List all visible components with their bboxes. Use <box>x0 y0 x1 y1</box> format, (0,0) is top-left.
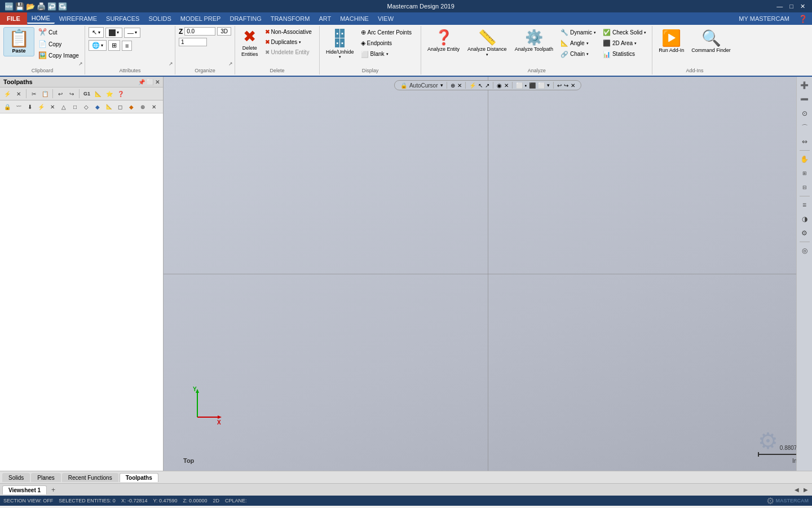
tp2-blue-diamond[interactable]: ◆ <box>92 102 103 112</box>
vt-redo-icon[interactable]: ↪ <box>564 82 568 89</box>
tp-tool-undo[interactable]: ↩ <box>55 89 65 99</box>
tp2-x2[interactable]: ✕ <box>149 102 159 112</box>
viewport[interactable]: 🔒 AutoCursor ▾ ⊕ ✕ ⚡ ↖ ↗ ◉ ✕ ⬜ ▪ ⬛ ⬜ ▾ ↩… <box>164 77 812 471</box>
organize-expand[interactable]: ↗ <box>228 61 233 67</box>
z-input[interactable] <box>184 27 215 36</box>
rp-fit-icon[interactable]: ⇔ <box>798 135 811 148</box>
non-associative-button[interactable]: ✖ Non-Associative <box>263 27 314 37</box>
tp2-rect[interactable]: ◻ <box>115 102 125 112</box>
vt-x-icon[interactable]: ✕ <box>457 82 462 89</box>
tp2-lock[interactable]: 🔒 <box>2 102 12 112</box>
tp2-orange[interactable]: ◆ <box>126 102 136 112</box>
my-mastercam-btn[interactable]: MY MASTERCAM <box>734 14 794 23</box>
tp-tool-help[interactable]: ❓ <box>116 89 126 99</box>
blank-button[interactable]: ⬜ Blank ▾ <box>359 49 414 59</box>
tp2-diamond[interactable]: ◇ <box>81 102 91 112</box>
copy-image-button[interactable]: 🖼️ Copy Image <box>36 50 81 62</box>
tp-tool-star[interactable]: ⭐ <box>104 89 114 99</box>
qa-redo-icon[interactable]: ↪️ <box>58 2 67 11</box>
vt-circle-icon[interactable]: ◉ <box>497 82 502 89</box>
qa-print-icon[interactable]: 🖨️ <box>37 2 46 11</box>
cut-button[interactable]: ✂️ Cut <box>36 27 81 38</box>
vt-x2-icon[interactable]: ✕ <box>504 82 509 89</box>
help-btn[interactable]: ❓ <box>794 14 812 24</box>
attributes-expand[interactable]: ↗ <box>169 61 173 67</box>
tp2-down[interactable]: ⬇ <box>25 102 35 112</box>
check-solid-button[interactable]: ✅ Check Solid ▾ <box>601 27 648 37</box>
tp-tool-new[interactable]: ⚡ <box>2 89 12 99</box>
attr-extra-btn[interactable]: ⊞ <box>108 40 120 51</box>
tab-toolpaths[interactable]: Toolpaths <box>120 473 158 482</box>
vt-undo-icon[interactable]: ↩ <box>557 82 562 89</box>
tp-tool-angle[interactable]: 📐 <box>93 89 103 99</box>
endpoints-button[interactable]: ◈ Endpoints <box>359 38 414 48</box>
vt-plus-icon[interactable]: ⊕ <box>451 82 455 89</box>
attr-color-btn[interactable]: ▾ <box>105 28 122 38</box>
viewsheet-1-tab[interactable]: Viewsheet 1 <box>2 485 47 494</box>
analyze-entity-button[interactable]: ❓ Analyze Entity <box>425 27 462 54</box>
attr-linestyle-btn[interactable]: — ▾ <box>124 28 140 38</box>
tp2-circle[interactable]: ⊕ <box>138 102 148 112</box>
vt-lock-icon[interactable]: 🔒 <box>400 82 407 89</box>
tp-tool-redo[interactable]: ↪ <box>67 89 77 99</box>
rp-layers-icon[interactable]: ≡ <box>798 199 811 211</box>
vs-next-btn[interactable]: ▶ <box>802 487 810 493</box>
tp2-x[interactable]: ✕ <box>47 102 58 112</box>
menu-surfaces[interactable]: SURFACES <box>102 14 144 23</box>
num-input[interactable] <box>179 38 207 46</box>
tp2-triangle[interactable]: △ <box>59 102 69 112</box>
menu-wireframe[interactable]: WIREFRAME <box>55 14 102 23</box>
dynamic-button[interactable]: 🔧 Dynamic ▾ <box>558 27 598 37</box>
rp-grid-icon[interactable]: ⊟ <box>798 181 811 194</box>
qa-undo-icon[interactable]: ↩️ <box>47 2 56 11</box>
command-finder-button[interactable]: 🔍 Command Finder <box>689 27 734 55</box>
qa-new-icon[interactable]: 🆕 <box>5 2 14 11</box>
rp-shade-icon[interactable]: ◑ <box>798 213 811 225</box>
analyze-toolpath-button[interactable]: ⚙️ Analyze Toolpath <box>512 27 556 54</box>
vt-select-icon[interactable]: ↗ <box>485 82 489 89</box>
qa-save-icon[interactable]: 💾 <box>15 2 24 11</box>
menu-machine[interactable]: MACHINE <box>336 14 373 23</box>
clipboard-expand[interactable]: ↗ <box>78 61 83 67</box>
analyze-distance-button[interactable]: 📏 Analyze Distance ▾ <box>465 27 510 59</box>
qa-open-icon[interactable]: 📂 <box>26 2 35 11</box>
menu-model-prep[interactable]: MODEL PREP <box>176 14 226 23</box>
hide-unhide-button[interactable]: ▪ ▪ ▪ ▪ Hide/Unhide ▾ <box>323 27 357 61</box>
run-addin-button[interactable]: ▶️ Run Add-In <box>656 27 687 55</box>
attr-pointer-btn[interactable]: ↖ ▾ <box>89 27 104 38</box>
rp-zoom-out-icon[interactable]: ➖ <box>798 93 811 106</box>
close-btn[interactable]: ✕ <box>798 3 807 10</box>
paste-button[interactable]: 📋 Paste <box>3 27 34 56</box>
rp-curve-icon[interactable]: ⌒ <box>798 121 811 134</box>
angle-button[interactable]: 📐 Angle ▾ <box>558 38 598 48</box>
tp-tool-close[interactable]: ✕ <box>14 89 24 99</box>
rp-circle-icon[interactable]: ⊙ <box>798 107 811 120</box>
vt-x3-icon[interactable]: ✕ <box>571 82 575 89</box>
attr-globe-btn[interactable]: 🌐 ▾ <box>89 40 107 51</box>
add-viewsheet-btn[interactable]: + <box>48 485 59 495</box>
tab-planes[interactable]: Planes <box>31 473 61 482</box>
undelete-button[interactable]: ✖ Undelete Entity <box>263 47 314 57</box>
statistics-button[interactable]: 📊 Statistics <box>601 49 648 59</box>
vs-prev-btn[interactable]: ◀ <box>793 487 801 493</box>
menu-solids[interactable]: SOLIDS <box>144 14 175 23</box>
duplicates-button[interactable]: ✖ Duplicates ▾ <box>263 37 314 47</box>
tp2-angle[interactable]: 📐 <box>104 102 114 112</box>
vt-white-sq[interactable]: ⬜ <box>538 82 545 89</box>
arc-center-button[interactable]: ⊕ Arc Center Points <box>359 27 414 37</box>
tp-tool-copy[interactable]: 📋 <box>40 89 50 99</box>
rp-target-icon[interactable]: ◎ <box>798 244 811 257</box>
rp-settings-icon[interactable]: ⚙ <box>798 227 811 239</box>
menu-drafting[interactable]: DRAFTING <box>225 14 266 23</box>
vt-bolt-icon[interactable]: ⚡ <box>469 82 476 89</box>
delete-entities-button[interactable]: ✖ DeleteEntities <box>239 27 261 59</box>
file-menu-btn[interactable]: FILE <box>0 12 27 25</box>
tp-tool-g1[interactable]: G1 <box>82 89 92 99</box>
tab-solids[interactable]: Solids <box>2 473 30 482</box>
tp2-bolt[interactable]: ⚡ <box>36 102 46 112</box>
vt-box-icon[interactable]: ⬜ <box>516 82 523 89</box>
tp-pin-btn[interactable]: 📌 <box>138 79 145 85</box>
tp-close-btn[interactable]: ✕ <box>155 79 160 85</box>
menu-art[interactable]: ART <box>314 14 336 23</box>
tp2-square[interactable]: □ <box>70 102 80 112</box>
